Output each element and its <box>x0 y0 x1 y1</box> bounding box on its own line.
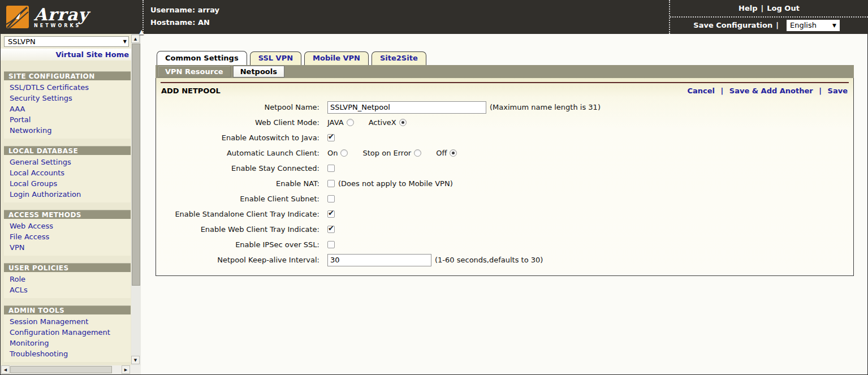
logout-link[interactable]: Log Out <box>767 4 800 12</box>
sidebar-section-user-policies: USER POLICIES Role ACLs <box>1 263 131 298</box>
horizontal-scroll-thumb[interactable] <box>10 366 112 373</box>
web-tray-checkbox[interactable]: ✔ <box>327 226 335 233</box>
top-header: Array NETWORKS Username: array Hostname:… <box>0 0 868 34</box>
header-right-panel: Help | Log Out Save Configuration | Engl… <box>669 0 868 34</box>
sidebar: SSLVPN ▼ Virtual Site Home SITE CONFIGUR… <box>1 34 131 365</box>
panel-title: ADD NETPOOL <box>161 87 221 95</box>
virtual-site-home-link[interactable]: Virtual Site Home <box>56 50 129 59</box>
sidebar-item-ssl-dtls-certificates[interactable]: SSL/DTLS Certificates <box>4 82 131 93</box>
field-netpool-name: Netpool Name: (Maximum name length is 31… <box>156 100 853 115</box>
username-value: array <box>198 6 219 14</box>
stay-connected-checkbox[interactable]: ✔ <box>327 165 335 172</box>
sidebar-item-portal[interactable]: Portal <box>4 114 131 125</box>
secondary-tab-bar: VPN Resource Netpools <box>156 65 854 78</box>
nat-hint: (Does not apply to Mobile VPN) <box>338 179 453 188</box>
save-and-add-another-button[interactable]: Save & Add Another <box>729 87 813 95</box>
sidebar-item-local-groups[interactable]: Local Groups <box>4 178 131 189</box>
scroll-up-button[interactable]: ▲ <box>131 35 140 43</box>
tab-site2site[interactable]: Site2Site <box>372 51 426 65</box>
save-configuration-link[interactable]: Save Configuration <box>693 21 772 29</box>
main-content: Common Settings SSL VPN Mobile VPN Site2… <box>141 34 867 374</box>
language-select[interactable]: English ▼ <box>787 20 840 31</box>
primary-tabs: Common Settings SSL VPN Mobile VPN Site2… <box>157 51 426 65</box>
sidebar-item-aaa[interactable]: AAA <box>4 104 131 114</box>
sidebar-item-configuration-management[interactable]: Configuration Management <box>4 327 131 338</box>
radio-label-activex: ActiveX <box>369 118 396 127</box>
section-header: SITE CONFIGURATION <box>4 71 131 80</box>
sidebar-item-web-access[interactable]: Web Access <box>4 221 131 231</box>
radio-label-stop-on-error: Stop on Error <box>362 149 411 157</box>
logo-sub-text: NETWORKS <box>34 24 89 28</box>
scroll-up-icon: ▲ <box>134 37 137 41</box>
tab-ssl-vpn[interactable]: SSL VPN <box>250 51 301 65</box>
subtab-vpn-resource[interactable]: VPN Resource <box>158 66 231 77</box>
sidebar-vertical-scrollbar[interactable]: ▲ ▼ <box>131 34 141 365</box>
radio-off[interactable] <box>450 149 457 157</box>
sidebar-item-session-management[interactable]: Session Management <box>4 316 131 327</box>
sidebar-item-local-accounts[interactable]: Local Accounts <box>4 167 131 178</box>
radio-java[interactable] <box>347 119 354 126</box>
sidebar-item-role[interactable]: Role <box>4 274 131 285</box>
keepalive-interval-input[interactable] <box>327 254 431 266</box>
sidebar-item-troubleshooting[interactable]: Troubleshooting <box>4 348 131 359</box>
language-value: English <box>790 21 817 29</box>
radio-on[interactable] <box>340 149 348 157</box>
scroll-left-button[interactable]: ◀ <box>1 365 10 374</box>
sidebar-item-general-settings[interactable]: General Settings <box>4 157 131 167</box>
hostname-value: AN <box>198 18 210 27</box>
sidebar-item-security-settings[interactable]: Security Settings <box>4 93 131 104</box>
field-web-tray: Enable Web Client Tray Indicate: ✔ <box>156 222 853 237</box>
app-window: Array NETWORKS Username: array Hostname:… <box>0 0 868 375</box>
sidebar-item-networking[interactable]: Networking <box>4 125 131 136</box>
sidebar-item-monitoring[interactable]: Monitoring <box>4 338 131 348</box>
radio-activex[interactable] <box>399 119 407 126</box>
field-enable-nat: Enable NAT: ✔ (Does not apply to Mobile … <box>156 176 853 191</box>
sidebar-horizontal-scrollbar[interactable]: ◀ ▶ <box>1 365 131 374</box>
chevron-down-icon: ▼ <box>832 23 836 28</box>
scroll-down-button[interactable]: ▼ <box>131 356 140 364</box>
section-header: LOCAL DATABASE <box>4 146 131 155</box>
scroll-right-button[interactable]: ▶ <box>122 365 130 374</box>
sidebar-collapse-arrow[interactable]: ▲ <box>139 28 144 36</box>
tab-common-settings[interactable]: Common Settings <box>157 51 247 65</box>
ipsec-checkbox[interactable]: ✔ <box>327 241 335 248</box>
help-link[interactable]: Help <box>739 4 757 12</box>
check-icon: ✔ <box>328 132 334 141</box>
sidebar-section-access-methods: ACCESS METHODS Web Access File Access VP… <box>1 210 131 256</box>
tab-mobile-vpn[interactable]: Mobile VPN <box>304 51 369 65</box>
client-subnet-checkbox[interactable]: ✔ <box>327 195 335 202</box>
sidebar-section-site-configuration: SITE CONFIGURATION SSL/DTLS Certificates… <box>1 71 131 139</box>
field-ipsec-over-ssl: Enable IPSec over SSL: ✔ <box>156 237 853 252</box>
separator: | <box>776 21 779 29</box>
save-button[interactable]: Save <box>828 87 848 95</box>
radio-stop-on-error[interactable] <box>414 149 421 157</box>
section-header: USER POLICIES <box>4 263 131 272</box>
sidebar-item-file-access[interactable]: File Access <box>4 231 131 242</box>
nat-checkbox[interactable]: ✔ <box>327 180 335 187</box>
separator: | <box>721 87 724 95</box>
virtual-site-select[interactable]: SSLVPN ▼ <box>4 36 129 47</box>
keepalive-hint: (1-60 seconds,defaults to 30) <box>435 256 543 264</box>
sidebar-item-login-authorization[interactable]: Login Authorization <box>4 189 131 200</box>
radio-label-on: On <box>327 149 338 157</box>
sidebar-item-acls[interactable]: ACLs <box>4 285 131 295</box>
netpool-name-input[interactable] <box>327 101 486 114</box>
section-header: ADMIN TOOLS <box>4 305 131 314</box>
virtual-site-value: SSLVPN <box>8 37 36 46</box>
autoswitch-checkbox[interactable]: ✔ <box>327 134 335 141</box>
field-stay-connected: Enable Stay Connected: ✔ <box>156 161 853 176</box>
netpool-name-hint: (Maximum name length is 31) <box>490 103 601 111</box>
check-icon: ✔ <box>328 209 334 217</box>
cancel-button[interactable]: Cancel <box>687 87 715 95</box>
netpool-form: Netpool Name: (Maximum name length is 31… <box>156 98 853 268</box>
vertical-scroll-thumb[interactable] <box>132 44 140 286</box>
field-automatic-launch-client: Automatic Launch Client: On Stop on Erro… <box>156 145 853 161</box>
standalone-tray-checkbox[interactable]: ✔ <box>327 210 335 218</box>
hostname-label: Hostname: <box>150 18 195 27</box>
sidebar-item-vpn[interactable]: VPN <box>4 242 131 253</box>
brand-logo: Array NETWORKS <box>0 0 142 34</box>
subtab-netpools[interactable]: Netpools <box>233 66 284 77</box>
section-header: ACCESS METHODS <box>4 210 131 219</box>
scrollbar-corner <box>131 365 141 374</box>
check-icon: ✔ <box>328 224 334 232</box>
